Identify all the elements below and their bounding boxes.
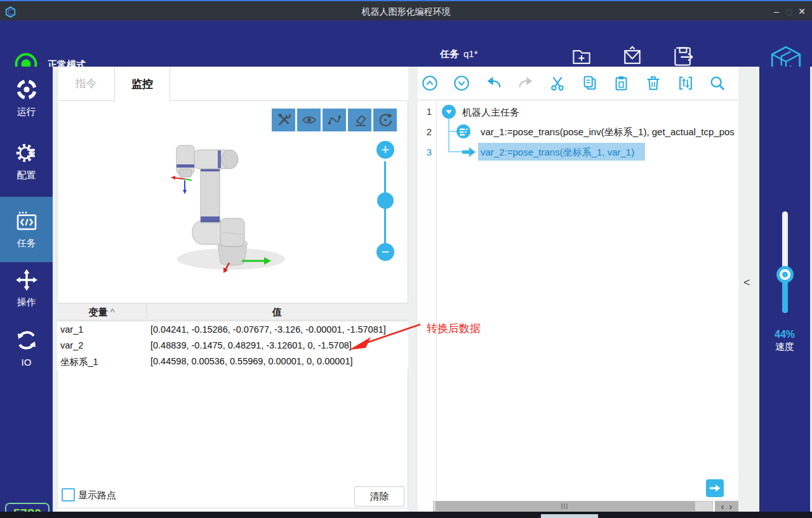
h-scrollbar-thumb[interactable]: [436, 501, 695, 511]
assign-node-icon[interactable]: [456, 124, 470, 138]
show-waypoints-checkbox[interactable]: [62, 488, 75, 501]
zoom-in-label: +: [382, 143, 390, 157]
path-icon: [326, 112, 343, 128]
left-sidebar: 运行 配置: [0, 67, 53, 518]
close-button[interactable]: ✕: [795, 5, 809, 18]
task-root-node-icon[interactable]: [442, 105, 456, 119]
run-icon: [0, 78, 53, 101]
panel-divider: <: [738, 67, 759, 518]
copy-button[interactable]: [579, 72, 601, 94]
titlebar: 机器人图形化编程环境 – ▢ ✕: [0, 0, 812, 20]
maximize-button[interactable]: ▢: [782, 5, 796, 18]
show-waypoints-label: 显示路点: [78, 489, 116, 501]
sidebar-item-operate[interactable]: 操作: [0, 262, 53, 323]
variable-value: [0.48839, -0.1475, 0.48291, -3.12601, 0,…: [150, 340, 352, 350]
right-sidebar: 本地控制 1 单次 44% 速度: [759, 67, 810, 518]
eraser-icon: [352, 112, 368, 128]
save-icon: [661, 44, 705, 67]
line-number: 2: [416, 126, 432, 137]
zoom-slider-handle[interactable]: [377, 192, 394, 209]
variable-value: [0.44598, 0.00536, 0.55969, 0.00001, 0, …: [150, 356, 352, 366]
sidebar-item-label: 任务: [0, 237, 53, 249]
table-row: var_1 [0.04241, -0.15286, -0.07677, -3.1…: [57, 322, 408, 338]
cut-button[interactable]: [547, 72, 568, 94]
handle-dot: [782, 272, 788, 277]
program-line-1[interactable]: 机器人主任务: [462, 107, 519, 119]
variable-name: var_2: [60, 340, 83, 350]
move-node-icon[interactable]: [462, 146, 476, 158]
column-header-variable[interactable]: 变量 ^: [57, 307, 146, 319]
move-arrows-icon: [0, 269, 53, 291]
line-number: 3: [416, 147, 432, 157]
collapse-panel-handle[interactable]: <: [743, 276, 750, 289]
sidebar-item-io[interactable]: IO: [0, 324, 53, 385]
expand-all-button[interactable]: [451, 72, 472, 94]
viewport-eraser-button[interactable]: [348, 109, 371, 131]
viewport-3d: + −: [57, 101, 408, 303]
robot-arm-image: [147, 120, 305, 276]
program-toolbar: [418, 67, 738, 100]
h-scrollbar-buttons: ‹ ›: [715, 501, 738, 512]
paste-button[interactable]: [611, 72, 632, 94]
zoom-out-label: −: [382, 245, 390, 259]
open-file-icon: [610, 44, 655, 67]
thumb-grip: [566, 503, 568, 509]
line-number: 1: [416, 106, 432, 117]
program-line-2[interactable]: var_1:=pose_trans(pose_inv(坐标系_1), get_a…: [481, 126, 737, 138]
taskbar-peek: [541, 514, 598, 518]
window-bottom-edge: [0, 512, 812, 518]
annotation-label: 转换后数据: [427, 321, 481, 336]
gear-icon: [0, 142, 53, 164]
sidebar-item-label: IO: [0, 357, 53, 368]
scroll-right-button[interactable]: ›: [729, 501, 733, 512]
collapse-all-button[interactable]: [419, 72, 441, 94]
tab-instruction[interactable]: 指令: [57, 67, 114, 101]
viewport-rotate-button[interactable]: [373, 109, 397, 131]
sidebar-item-run[interactable]: 运行: [0, 78, 53, 139]
column-variable-label: 变量: [88, 307, 107, 317]
sidebar-item-label: 操作: [0, 296, 53, 309]
new-folder-icon: [559, 44, 604, 67]
minimize-button[interactable]: –: [769, 5, 783, 18]
search-button[interactable]: [707, 72, 728, 94]
io-cycle-icon: [0, 329, 53, 352]
next-step-button[interactable]: [706, 479, 724, 497]
header: 正常模式 任务 q1* 配置 default 新建: [0, 20, 812, 67]
variable-name: 坐标系_1: [60, 356, 98, 368]
undo-button[interactable]: [483, 72, 505, 94]
zoom-in-button[interactable]: +: [376, 141, 394, 159]
speed-slider-handle[interactable]: [776, 266, 794, 283]
sort-asc-icon: ^: [110, 307, 115, 317]
thumb-grip: [561, 503, 562, 509]
scroll-left-button[interactable]: ‹: [721, 501, 724, 512]
line-number-divider: [436, 100, 437, 500]
next-arrow-icon: [709, 484, 721, 493]
swap-button[interactable]: [675, 72, 696, 94]
clear-button[interactable]: 清除: [354, 486, 404, 507]
thumb-grip: [564, 503, 565, 509]
redo-button[interactable]: [515, 72, 536, 94]
program-line-3[interactable]: var_2:=pose_trans(坐标系_1, var_1): [481, 147, 634, 159]
speed-value: 44%: [759, 329, 810, 340]
tree-connector: [448, 119, 449, 152]
variable-name: var_1: [60, 324, 83, 335]
sidebar-item-task[interactable]: 任务: [0, 197, 53, 262]
task-label: 任务: [440, 48, 459, 60]
viewport-path-button[interactable]: [323, 109, 346, 131]
app-window: 机器人图形化编程环境 – ▢ ✕ 正常模式 任务 q1* 配置 default: [0, 0, 812, 518]
variable-table-header: 变量 ^ 值: [57, 303, 408, 321]
table-row: 坐标系_1 [0.44598, 0.00536, 0.55969, 0.0000…: [57, 354, 408, 369]
delete-button[interactable]: [642, 72, 664, 94]
variable-value: [0.04241, -0.15286, -0.07677, -3.126, -0…: [150, 324, 386, 335]
window-title: 机器人图形化编程环境: [0, 6, 812, 18]
table-row: var_2 [0.48839, -0.1475, 0.48291, -3.126…: [57, 338, 408, 354]
tab-monitor[interactable]: 监控: [114, 67, 170, 101]
task-code-icon: [0, 211, 53, 232]
sidebar-item-label: 运行: [0, 106, 53, 118]
sidebar-item-config[interactable]: 配置: [0, 142, 53, 203]
tree-connector: [448, 131, 456, 132]
tree-connector: [448, 151, 462, 152]
zoom-out-button[interactable]: −: [376, 243, 394, 261]
sidebar-item-label: 配置: [0, 169, 53, 182]
column-header-value[interactable]: 值: [146, 307, 408, 319]
